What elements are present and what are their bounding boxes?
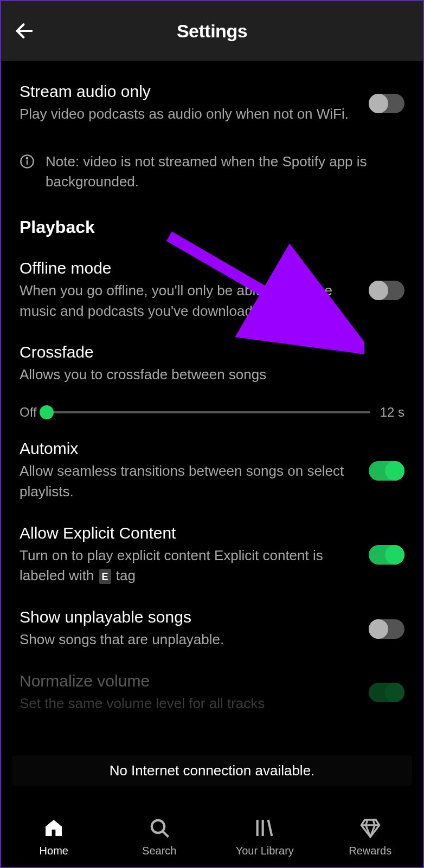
setting-desc: Turn on to play explicit content Explici… (20, 546, 352, 586)
setting-desc: Set the same volume level for all tracks (20, 694, 352, 714)
setting-title: Allow Explicit Content (20, 524, 352, 542)
setting-desc: Play video podcasts as audio only when n… (20, 104, 352, 125)
settings-content: Stream audio only Play video podcasts as… (1, 61, 423, 791)
setting-title: Normalize volume (20, 672, 352, 690)
setting-title: Automix (20, 439, 352, 458)
svg-point-3 (27, 158, 28, 159)
toggle-explicit[interactable] (369, 545, 404, 565)
setting-offline-mode[interactable]: Offline mode When you go offline, you'll… (20, 248, 404, 332)
nav-search[interactable]: Search (107, 815, 213, 857)
svg-line-7 (163, 832, 168, 837)
header: Settings (1, 1, 423, 61)
nav-home[interactable]: Home (1, 815, 107, 857)
slider-thumb[interactable] (40, 405, 54, 419)
info-note: Note: video is not streamed when the Spo… (20, 152, 404, 192)
setting-stream-audio-only[interactable]: Stream audio only Play video podcasts as… (20, 61, 404, 135)
library-icon (252, 815, 277, 840)
setting-normalize-volume[interactable]: Normalize volume Set the same volume lev… (20, 661, 404, 725)
toggle-automix[interactable] (369, 461, 404, 481)
setting-desc: Allow seamless transitions between songs… (20, 461, 352, 502)
arrow-left-icon (14, 20, 35, 42)
bottom-nav: Home Search Your Library Rewards (1, 791, 423, 867)
info-text: Note: video is not streamed when the Spo… (46, 152, 404, 192)
nav-label: Home (40, 845, 68, 857)
toggle-unplayable[interactable] (369, 619, 404, 639)
crossfade-slider[interactable] (47, 411, 370, 413)
info-icon (20, 154, 35, 169)
crossfade-slider-row: Off 12 s (20, 405, 404, 420)
nav-library[interactable]: Your Library (212, 815, 318, 857)
explicit-tag-icon: E (99, 569, 111, 584)
home-icon (41, 815, 66, 840)
toast-no-internet: No Internet connection available. (12, 755, 412, 786)
setting-allow-explicit[interactable]: Allow Explicit Content Turn on to play e… (20, 513, 404, 597)
nav-label: Rewards (349, 845, 391, 857)
search-icon (147, 815, 172, 840)
nav-rewards[interactable]: Rewards (318, 815, 423, 857)
setting-title: Offline mode (20, 259, 352, 277)
setting-show-unplayable[interactable]: Show unplayable songs Show songs that ar… (20, 597, 404, 661)
toggle-normalize[interactable] (369, 683, 404, 702)
nav-label: Your Library (236, 845, 294, 857)
setting-automix[interactable]: Automix Allow seamless transitions betwe… (20, 429, 404, 513)
setting-desc: Allows you to crossfade between songs (20, 365, 404, 385)
diamond-icon (358, 815, 383, 840)
setting-desc: When you go offline, you'll only be able… (20, 281, 352, 321)
toggle-stream-audio[interactable] (369, 94, 404, 113)
page-title: Settings (1, 21, 423, 42)
setting-title: Crossfade (20, 343, 404, 361)
setting-desc: Show songs that are unplayable. (20, 630, 352, 650)
section-header-playback: Playback (20, 217, 404, 237)
slider-min-label: Off (20, 405, 37, 420)
nav-label: Search (142, 845, 176, 857)
setting-crossfade: Crossfade Allows you to crossfade betwee… (20, 332, 404, 420)
setting-title: Show unplayable songs (20, 608, 352, 626)
setting-title: Stream audio only (20, 82, 352, 101)
svg-point-6 (152, 820, 164, 833)
toggle-offline-mode[interactable] (369, 281, 404, 300)
slider-max-label: 12 s (380, 405, 404, 420)
back-button[interactable] (11, 17, 38, 44)
